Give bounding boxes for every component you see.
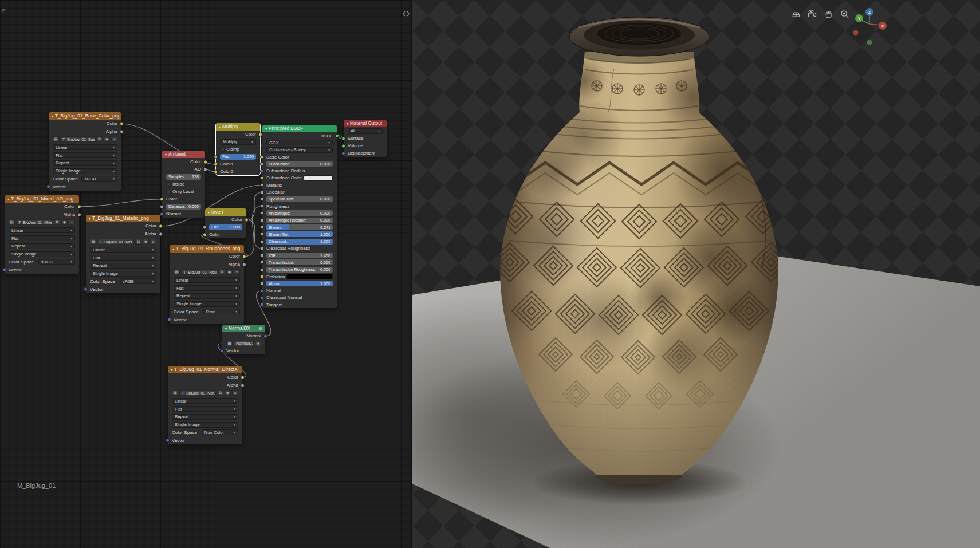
dropdown[interactable]: Repeat▾ (172, 414, 238, 420)
input-socket[interactable] (260, 155, 264, 159)
unlink-icon[interactable]: × (111, 136, 117, 142)
checkbox[interactable] (166, 182, 171, 187)
fake-user-icon[interactable]: ◈ (225, 390, 231, 396)
output-socket[interactable] (120, 121, 124, 125)
input-socket[interactable] (260, 282, 264, 286)
copy-icon[interactable]: ⧉ (217, 390, 223, 396)
node-normal-directx-texture[interactable]: ▾T_BigJug_01_Normal_DirectX_pngColorAlph… (168, 366, 242, 444)
input-socket[interactable] (260, 239, 264, 243)
fake-user-icon[interactable]: ◈ (226, 269, 233, 275)
output-socket[interactable] (241, 375, 245, 379)
dropdown[interactable]: Multiply▾ (220, 139, 256, 145)
image-browse-icon[interactable]: ▤ (174, 269, 180, 275)
dropdown[interactable]: sRGB▾ (38, 259, 75, 265)
node-mixed-ao-texture[interactable]: ▾T_BigJug_01_Mixed_AO_pngColorAlpha▤T_Bi… (5, 195, 79, 274)
input-socket[interactable] (260, 246, 264, 250)
image-browse-icon[interactable]: ▤ (90, 239, 96, 245)
input-socket[interactable] (260, 218, 264, 222)
dropdown[interactable]: Flat▾ (53, 152, 117, 158)
checkbox[interactable] (166, 190, 171, 194)
input-socket[interactable] (260, 169, 264, 173)
input-socket[interactable] (260, 226, 264, 230)
node-header[interactable]: ▾T_BigJug_01_Mixed_AO_png (5, 195, 79, 203)
dropdown[interactable]: All▾ (348, 128, 383, 134)
dropdown[interactable]: Single Image▾ (90, 271, 156, 277)
dropdown[interactable]: Linear▾ (9, 227, 75, 233)
input-socket[interactable] (260, 261, 264, 265)
dropdown[interactable]: Single Image▾ (174, 301, 240, 307)
output-socket[interactable] (242, 254, 246, 258)
input-socket[interactable] (84, 287, 88, 291)
dropdown[interactable]: Repeat▾ (174, 293, 240, 299)
output-socket[interactable] (203, 167, 207, 171)
value-slider[interactable]: Transmission:0.000 (266, 259, 333, 265)
collapse-icon[interactable]: ▾ (265, 127, 267, 131)
collapse-icon[interactable]: ▾ (172, 247, 174, 251)
dropdown[interactable]: Christensen-Burley▾ (266, 147, 333, 153)
collapse-icon[interactable]: ▾ (208, 210, 210, 214)
output-socket[interactable] (159, 232, 163, 236)
fake-user-icon[interactable]: ◈ (255, 341, 261, 346)
unlink-icon[interactable]: × (150, 239, 156, 245)
node-metallic-texture[interactable]: ▾T_BigJug_01_Metallic_pngColorAlpha▤T_Bi… (86, 215, 160, 293)
gizmo-y-negative[interactable] (867, 40, 872, 45)
dropdown[interactable]: Flat▾ (90, 255, 156, 261)
image-browse-icon[interactable]: ▤ (53, 136, 59, 142)
input-socket[interactable] (260, 197, 264, 201)
input-socket[interactable] (203, 225, 207, 229)
pan-hand-icon[interactable] (824, 9, 834, 19)
gizmo-x-axis[interactable]: X (879, 22, 887, 30)
node-header[interactable]: ▾Multiply (216, 123, 260, 131)
datablock-name[interactable]: T_BigJug_01_Base... (60, 136, 95, 142)
dropdown[interactable]: Non-Color▾ (202, 429, 238, 435)
input-socket[interactable] (260, 295, 264, 299)
navigation-gizmo[interactable]: Z Y X (851, 5, 888, 47)
node-header[interactable]: ▾Ambient (162, 151, 205, 158)
copy-icon[interactable]: ⧉ (96, 136, 103, 142)
gizmo-z-axis[interactable]: Z (865, 8, 873, 16)
node-roughness-texture[interactable]: ▾T_BigJug_01_Roughness_pngColorAlpha▤T_B… (170, 245, 244, 324)
input-socket[interactable] (260, 162, 264, 166)
node-group-icon[interactable]: ▦ (226, 341, 233, 346)
input-socket[interactable] (260, 204, 264, 208)
node-header[interactable]: ▾T_BigJug_01_Normal_DirectX_png (168, 366, 242, 373)
input-socket[interactable] (260, 289, 264, 293)
image-browse-icon[interactable]: ▤ (9, 219, 15, 225)
node-base-color-texture[interactable]: ▾T_BigJug_01_Base_Color_pngColorAlpha▤T_… (49, 112, 121, 191)
camera-view-icon[interactable] (807, 9, 817, 19)
dropdown[interactable]: Repeat▾ (9, 243, 75, 249)
unlink-icon[interactable]: × (69, 219, 75, 225)
collapse-icon[interactable]: ▾ (7, 197, 9, 201)
output-socket[interactable] (245, 218, 249, 222)
datablock-name[interactable]: T_BigJug_01_Nor... (179, 390, 216, 396)
copy-icon[interactable]: ⧉ (219, 269, 225, 275)
value-slider[interactable]: Sheen:0.341 (266, 224, 333, 230)
dropdown[interactable]: Repeat▾ (53, 160, 117, 166)
collapse-icon[interactable]: ▾ (52, 114, 53, 118)
input-socket[interactable] (214, 169, 218, 174)
value-slider[interactable]: IOR:1.450 (266, 253, 333, 258)
node-multiply-mix[interactable]: ▾MultiplyColorMultiply▾ClampFac:1.000Col… (216, 123, 260, 175)
output-socket[interactable] (77, 212, 81, 216)
color-swatch[interactable] (286, 274, 333, 279)
value-slider[interactable]: Sheen Tint:1.000 (266, 231, 333, 237)
fake-user-icon[interactable]: ◈ (143, 239, 149, 245)
input-socket[interactable] (214, 162, 218, 166)
input-socket[interactable] (160, 197, 164, 201)
collapse-icon[interactable]: ▾ (219, 125, 221, 129)
input-socket[interactable] (166, 439, 170, 443)
gizmo-y-label[interactable]: Y (858, 17, 861, 21)
dropdown[interactable]: Linear▾ (53, 144, 117, 150)
output-socket[interactable] (258, 132, 262, 136)
dropdown[interactable]: Single Image▾ (172, 422, 238, 428)
input-socket[interactable] (260, 254, 264, 258)
output-socket[interactable] (203, 160, 207, 164)
input-socket[interactable] (260, 275, 264, 279)
value-slider[interactable]: Distance:0.000 (166, 204, 201, 210)
dropdown[interactable]: Flat▾ (9, 235, 75, 241)
input-socket[interactable] (260, 183, 264, 187)
collapse-arrows-icon[interactable] (402, 10, 410, 18)
output-socket[interactable] (77, 204, 81, 208)
node-header[interactable]: ▾Material Output (344, 120, 387, 127)
dropdown[interactable]: GGX▾ (266, 140, 333, 145)
